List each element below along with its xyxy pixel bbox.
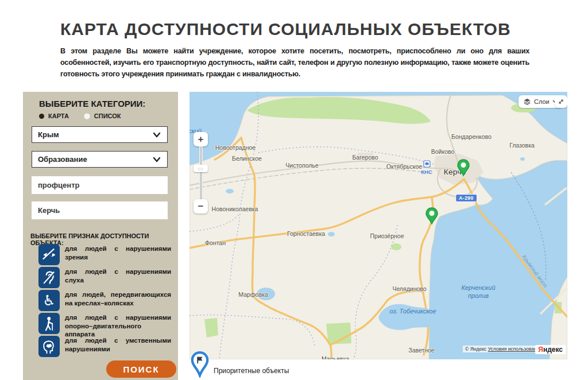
object-name-input[interactable] xyxy=(32,176,168,194)
layers-icon xyxy=(523,98,531,106)
accessibility-label: для людей, передвигающихся на креслах–ко… xyxy=(65,290,171,311)
city-input[interactable] xyxy=(32,201,168,219)
accessibility-label: для людей с нарушениями опорно–двигатель… xyxy=(65,313,171,339)
eye-slash-icon xyxy=(38,244,60,265)
station-label: КНС xyxy=(421,169,432,175)
cane-person-icon xyxy=(38,313,60,334)
zoom-in-button[interactable]: + xyxy=(194,132,208,146)
filter-sidebar: ВЫБЕРИТЕ КАТЕГОРИИ: КАРТА СПИСОК Крым Об… xyxy=(23,92,178,380)
accessibility-label: для людей с умственными нарушениями xyxy=(65,336,171,357)
accessibility-item-hearing[interactable]: для людей с нарушениями слуха xyxy=(38,267,171,288)
map-base-art xyxy=(189,92,567,359)
zoom-out-button[interactable]: − xyxy=(194,199,208,214)
page-description: В этом разделе Вы можете найти учреждени… xyxy=(60,45,529,80)
green-pin-icon xyxy=(425,207,439,225)
green-pin-icon xyxy=(457,158,470,177)
view-option-list-label: СПИСОК xyxy=(94,113,121,119)
category-select-value: Образование xyxy=(38,155,87,164)
layers-button-label: Слои xyxy=(534,98,550,105)
chevron-down-icon xyxy=(152,131,161,139)
legend-label: Приоритетные объекты xyxy=(214,367,289,375)
radio-unselected-icon xyxy=(84,113,90,119)
priority-pin-icon xyxy=(190,350,210,378)
map-marker-pin[interactable] xyxy=(457,158,470,177)
accessibility-item-cognitive[interactable]: для людей с умственными нарушениями xyxy=(38,336,171,357)
region-select-value: Крым xyxy=(38,130,59,139)
view-option-list[interactable]: СПИСОК xyxy=(84,113,121,119)
page: КАРТА ДОСТУПНОСТИ СОЦИАЛЬНЫХ ОБЪЕКТОВ В … xyxy=(0,0,588,380)
page-title: КАРТА ДОСТУПНОСТИ СОЦИАЛЬНЫХ ОБЪЕКТОВ xyxy=(60,20,537,39)
road-badge: А-290 xyxy=(455,194,477,202)
category-select[interactable]: Образование xyxy=(32,151,168,168)
accessibility-item-vision[interactable]: для людей с нарушениями зрения xyxy=(38,244,171,265)
region-select[interactable]: Крым xyxy=(32,126,168,143)
accessibility-label: для людей с нарушениями слуха xyxy=(65,267,171,288)
accessibility-item-mobility[interactable]: для людей с нарушениями опорно–двигатель… xyxy=(38,313,171,339)
mind-icon xyxy=(38,336,60,357)
search-button[interactable]: ПОИСК xyxy=(106,360,176,378)
view-toggle: КАРТА СПИСОК xyxy=(39,113,121,119)
accessibility-item-wheelchair[interactable]: ♿ для людей, передвигающихся на креслах–… xyxy=(38,290,171,311)
zoom-slider-track[interactable] xyxy=(199,146,203,199)
fullscreen-button[interactable] xyxy=(555,95,567,108)
yandex-logo[interactable]: Яндекс xyxy=(535,345,566,354)
accessibility-label: для людей с нарушениями зрения xyxy=(65,244,171,265)
radio-selected-icon xyxy=(39,114,44,119)
chevron-down-icon xyxy=(152,156,161,164)
view-option-map[interactable]: КАРТА xyxy=(39,113,69,119)
wheelchair-icon: ♿ xyxy=(38,290,60,311)
categories-title: ВЫБЕРИТЕ КАТЕГОРИИ: xyxy=(39,99,145,108)
zoom-slider-handle[interactable]: |||| xyxy=(194,165,208,172)
copyright-text: © Яндекс xyxy=(465,346,486,352)
map-attribution: © Яндекс Условия использования xyxy=(463,346,544,352)
map-canvas[interactable]: НовоотрадноеБелинскоеЧистопольеБагеровоО… xyxy=(189,92,567,359)
map-marker-pin[interactable] xyxy=(425,207,439,225)
view-option-map-label: КАРТА xyxy=(48,113,69,119)
ear-slash-icon xyxy=(38,267,60,288)
terms-link[interactable]: Условия использования xyxy=(488,346,542,352)
fullscreen-icon xyxy=(558,98,564,105)
